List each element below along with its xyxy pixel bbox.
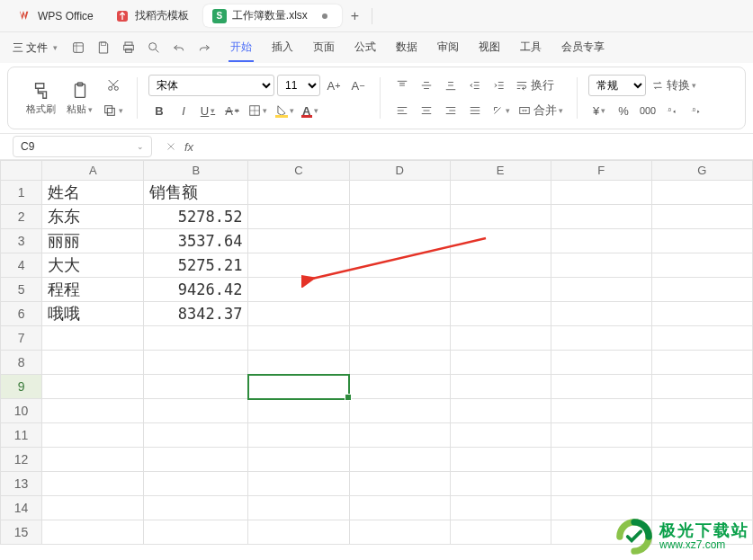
cell-A11[interactable] [42,423,144,448]
cell-E9[interactable] [450,375,551,399]
cell-C2[interactable] [248,205,349,229]
paste-button[interactable]: 粘贴▾ [63,81,96,116]
cell-A6[interactable]: 哦哦 [42,302,144,326]
cell-D8[interactable] [349,351,450,375]
cell-G15[interactable] [651,520,752,545]
cell-B1[interactable]: 销售额 [144,181,248,205]
tab-formula[interactable]: 公式 [353,34,378,62]
percent-button[interactable]: % [613,100,634,121]
cell-C13[interactable] [248,472,349,496]
font-size-select[interactable]: 11 [277,75,320,96]
cell-E8[interactable] [450,351,551,375]
strikethrough-button[interactable]: A▾ [221,100,243,121]
row-header-14[interactable]: 14 [1,496,42,520]
increase-font-button[interactable]: A+ [323,75,345,96]
row-header-5[interactable]: 5 [1,278,42,302]
cell-E4[interactable] [450,253,551,278]
cell-A10[interactable] [42,399,144,423]
row-header-11[interactable]: 11 [1,423,42,448]
cell-F1[interactable] [551,181,651,205]
preview-button[interactable] [142,36,166,59]
row-header-10[interactable]: 10 [1,399,42,423]
cut-button[interactable] [100,75,126,96]
underline-button[interactable]: U▾ [197,100,219,121]
cell-A2[interactable]: 东东 [42,205,144,229]
undo-button[interactable] [167,36,191,59]
wrap-text-button[interactable]: 换行 [513,75,557,96]
cell-D14[interactable] [349,496,450,520]
cell-B2[interactable]: 5278.52 [144,205,248,229]
cell-F11[interactable] [551,423,651,448]
number-format-select[interactable]: 常规 [588,75,646,96]
align-top-button[interactable] [391,75,413,96]
cell-A1[interactable]: 姓名 [42,181,144,205]
cell-E3[interactable] [450,229,551,253]
row-header-3[interactable]: 3 [1,229,42,253]
cell-E13[interactable] [450,472,551,496]
align-bottom-button[interactable] [440,75,462,96]
font-color-button[interactable]: A▾ [300,100,321,121]
cell-E10[interactable] [450,399,551,423]
cell-A7[interactable] [42,326,144,351]
col-header-E[interactable]: E [450,161,551,181]
cell-E2[interactable] [450,205,551,229]
cell-B6[interactable]: 8342.37 [144,302,248,326]
row-header-7[interactable]: 7 [1,326,42,351]
cell-A8[interactable] [42,351,144,375]
comma-button[interactable]: 000 [637,100,659,121]
cell-G3[interactable] [651,229,752,253]
cell-G12[interactable] [651,448,752,472]
cell-G13[interactable] [651,472,752,496]
align-justify-button[interactable] [464,100,486,121]
decrease-decimal-button[interactable]: .0 [686,100,707,121]
cell-C8[interactable] [248,351,349,375]
cell-F15[interactable] [551,520,651,545]
cell-C6[interactable] [248,302,349,326]
cell-E6[interactable] [450,302,551,326]
cell-B9[interactable] [144,375,248,399]
cell-D13[interactable] [349,472,450,496]
cell-C5[interactable] [248,278,349,302]
template-tab[interactable]: 找稻壳模板 [104,4,200,27]
app-tab-wps[interactable]: WPS Office [7,5,104,27]
cell-B3[interactable]: 3537.64 [144,229,248,253]
cell-G9[interactable] [651,375,752,399]
cell-D6[interactable] [349,302,450,326]
cell-E12[interactable] [450,448,551,472]
cell-G11[interactable] [651,423,752,448]
cell-D4[interactable] [349,253,450,278]
cell-E15[interactable] [450,520,551,545]
cell-C12[interactable] [248,448,349,472]
copy-button[interactable]: ▾ [100,100,126,121]
cell-F9[interactable] [551,375,651,399]
cell-D11[interactable] [349,423,450,448]
col-header-G[interactable]: G [651,161,752,181]
increase-indent-button[interactable] [489,75,510,96]
cell-E11[interactable] [450,423,551,448]
cell-F13[interactable] [551,472,651,496]
cell-A14[interactable] [42,496,144,520]
cell-D12[interactable] [349,448,450,472]
cell-C11[interactable] [248,423,349,448]
cell-D3[interactable] [349,229,450,253]
cell-A15[interactable] [42,520,144,545]
cell-A12[interactable] [42,448,144,472]
tab-member[interactable]: 会员专享 [560,34,606,62]
cell-D1[interactable] [349,181,450,205]
formula-input[interactable] [201,140,753,153]
select-all-corner[interactable] [1,161,42,181]
cell-A5[interactable]: 程程 [42,278,144,302]
tab-insert[interactable]: 插入 [270,34,295,62]
save-button[interactable] [92,36,115,59]
cell-G5[interactable] [651,278,752,302]
borders-button[interactable]: ▾ [246,100,270,121]
cell-F6[interactable] [551,302,651,326]
new-tab-button[interactable]: + [342,4,368,28]
row-header-15[interactable]: 15 [1,520,42,545]
decrease-font-button[interactable]: A− [347,75,369,96]
tab-data[interactable]: 数据 [394,34,419,62]
cell-F4[interactable] [551,253,651,278]
cell-G1[interactable] [651,181,752,205]
cell-E14[interactable] [450,496,551,520]
cell-F2[interactable] [551,205,651,229]
